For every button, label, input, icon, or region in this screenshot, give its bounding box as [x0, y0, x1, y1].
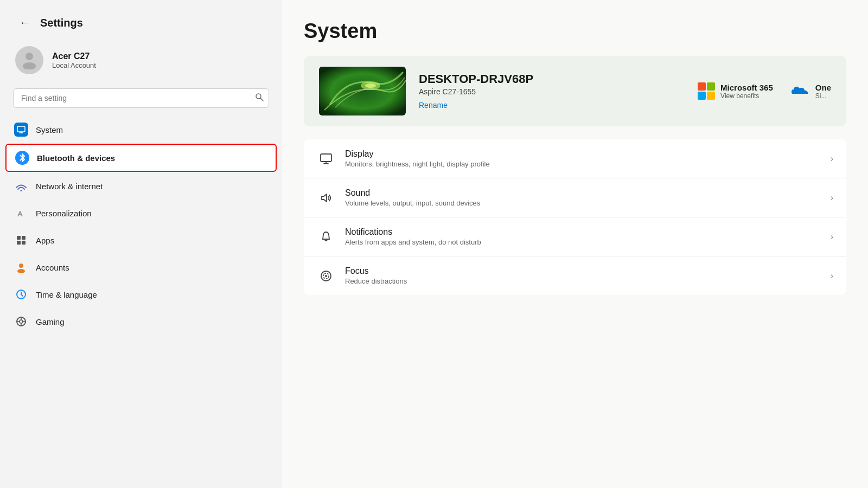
svg-rect-26 — [321, 154, 331, 162]
svg-rect-10 — [17, 241, 21, 245]
svg-point-7 — [21, 190, 22, 191]
apps-icon — [14, 233, 28, 247]
settings-item-display[interactable]: Display Monitors, brightness, night ligh… — [304, 139, 846, 178]
svg-rect-9 — [22, 236, 25, 240]
sidebar-item-system-label: System — [36, 125, 63, 134]
search-input[interactable] — [13, 88, 269, 108]
display-icon — [317, 150, 335, 168]
onedrive-icon — [790, 82, 810, 100]
sidebar-item-personalization-label: Personalization — [36, 209, 92, 218]
svg-point-33 — [325, 275, 327, 277]
back-button[interactable]: ← — [15, 15, 34, 31]
settings-item-notifications[interactable]: Notifications Alerts from apps and syste… — [304, 217, 846, 256]
search-wrapper — [13, 88, 269, 108]
sidebar-item-system[interactable]: System — [5, 117, 277, 143]
settings-window: ← Settings Acer C27 Local Account — [0, 0, 868, 488]
sidebar-item-time[interactable]: Time & language — [5, 281, 277, 307]
sidebar-item-network-label: Network & internet — [36, 182, 103, 191]
svg-point-25 — [365, 84, 376, 88]
settings-list: Display Monitors, brightness, night ligh… — [304, 139, 846, 295]
onedrive-promo[interactable]: One Si... — [790, 82, 831, 100]
svg-rect-8 — [17, 236, 21, 240]
device-name: DESKTOP-DRJV68P — [419, 72, 685, 86]
onedrive-label: One — [815, 83, 831, 92]
device-card: DESKTOP-DRJV68P Aspire C27-1655 Rename M… — [304, 56, 846, 126]
focus-desc: Reduce distractions — [345, 277, 821, 285]
svg-point-1 — [23, 62, 36, 69]
display-label: Display — [345, 149, 821, 159]
device-info: DESKTOP-DRJV68P Aspire C27-1655 Rename — [419, 72, 685, 110]
notifications-text: Notifications Alerts from apps and syste… — [345, 227, 821, 246]
onedrive-text: One Si... — [815, 83, 831, 100]
sidebar-item-apps[interactable]: Apps — [5, 227, 277, 253]
focus-icon — [317, 267, 335, 285]
ms365-promo[interactable]: Microsoft 365 View benefits — [698, 82, 773, 100]
promo-section: Microsoft 365 View benefits One Si... — [698, 82, 831, 100]
sound-desc: Volume levels, output, input, sound devi… — [345, 199, 821, 207]
user-info: Acer C27 Local Account — [52, 52, 96, 69]
sidebar-item-apps-label: Apps — [36, 236, 54, 245]
user-account: Local Account — [52, 61, 96, 69]
settings-item-focus[interactable]: Focus Reduce distractions › — [304, 256, 846, 295]
svg-point-0 — [25, 53, 33, 60]
svg-rect-11 — [22, 241, 25, 245]
settings-title: Settings — [40, 17, 83, 29]
nav-list: System Bluetooth & devices — [0, 117, 282, 488]
onedrive-sublabel: Si... — [815, 92, 831, 100]
search-container — [0, 84, 282, 117]
focus-label: Focus — [345, 266, 821, 276]
device-model: Aspire C27-1655 — [419, 87, 685, 96]
gaming-icon — [14, 314, 28, 329]
svg-point-18 — [20, 320, 23, 323]
sound-label: Sound — [345, 188, 821, 198]
time-icon — [14, 287, 28, 301]
accounts-icon — [14, 260, 28, 274]
focus-arrow: › — [831, 271, 833, 281]
svg-marker-29 — [322, 194, 327, 202]
display-text: Display Monitors, brightness, night ligh… — [345, 149, 821, 168]
sidebar: ← Settings Acer C27 Local Account — [0, 0, 282, 488]
sound-text: Sound Volume levels, output, input, soun… — [345, 188, 821, 207]
ms365-sublabel: View benefits — [720, 92, 773, 100]
device-rename-link[interactable]: Rename — [419, 101, 448, 110]
avatar-icon — [19, 49, 40, 72]
display-arrow: › — [831, 154, 833, 164]
sound-arrow: › — [831, 193, 833, 203]
device-image — [319, 67, 406, 115]
ms365-label: Microsoft 365 — [720, 83, 773, 92]
svg-point-13 — [17, 269, 25, 273]
sidebar-item-gaming-label: Gaming — [36, 317, 65, 326]
notifications-desc: Alerts from apps and system, do not dist… — [345, 238, 821, 246]
sidebar-item-time-label: Time & language — [36, 290, 97, 299]
sidebar-header: ← Settings — [0, 0, 282, 36]
sound-icon — [317, 189, 335, 207]
notifications-label: Notifications — [345, 227, 821, 237]
ms365-text: Microsoft 365 View benefits — [720, 83, 773, 100]
system-icon — [14, 123, 28, 137]
sidebar-item-bluetooth[interactable]: Bluetooth & devices — [5, 144, 277, 172]
settings-item-sound[interactable]: Sound Volume levels, output, input, soun… — [304, 178, 846, 217]
network-icon — [14, 179, 28, 193]
sidebar-item-network[interactable]: Network & internet — [5, 173, 277, 199]
display-desc: Monitors, brightness, night light, displ… — [345, 160, 821, 168]
svg-line-16 — [21, 294, 23, 296]
svg-point-12 — [19, 264, 23, 268]
page-title: System — [304, 20, 846, 43]
notifications-arrow: › — [831, 232, 833, 242]
sidebar-item-accounts[interactable]: Accounts — [5, 254, 277, 280]
bluetooth-icon — [15, 151, 29, 165]
svg-rect-4 — [17, 126, 25, 132]
user-section: Acer C27 Local Account — [0, 36, 282, 84]
focus-text: Focus Reduce distractions — [345, 266, 821, 285]
sidebar-item-personalization[interactable]: Personalization — [5, 200, 277, 226]
sidebar-item-accounts-label: Accounts — [36, 263, 69, 272]
ms365-icon — [698, 82, 715, 100]
sidebar-item-bluetooth-label: Bluetooth & devices — [37, 153, 115, 163]
user-name: Acer C27 — [52, 52, 96, 61]
avatar — [15, 46, 43, 74]
notifications-icon — [317, 228, 335, 246]
personalization-icon — [14, 206, 28, 220]
main-content: System — [282, 0, 868, 488]
sidebar-item-gaming[interactable]: Gaming — [5, 309, 277, 335]
